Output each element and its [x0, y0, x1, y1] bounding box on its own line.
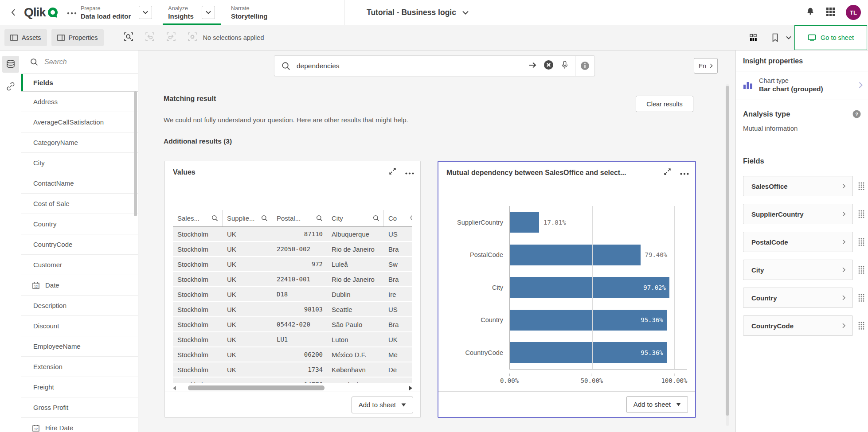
- sidebar-field-item[interactable]: Cost of Sale: [21, 194, 138, 214]
- card-menu-icon[interactable]: [405, 168, 414, 176]
- sidebar-field-item[interactable]: Country: [21, 214, 138, 234]
- chart-bar[interactable]: 95.36%: [510, 310, 667, 331]
- insight-field-chip[interactable]: PostalCode: [743, 232, 853, 252]
- sidebar-scrollbar-thumb[interactable]: [134, 91, 137, 216]
- table-row[interactable]: StockholmUK22050-002Rio de JaneiroBra: [173, 242, 412, 256]
- values-result-card[interactable]: Values Sales...Supplie...Postal...CityCo…: [164, 161, 421, 418]
- insight-field-chip[interactable]: SupplierCountry: [743, 204, 853, 224]
- sidebar-field-item[interactable]: City: [21, 153, 138, 173]
- insight-field-chip[interactable]: CountryCode: [743, 315, 853, 336]
- column-header[interactable]: City: [327, 210, 384, 226]
- card-menu-icon[interactable]: [680, 169, 689, 177]
- mutual-dependency-chart-card[interactable]: Mutual dependency between SalesOffice an…: [438, 161, 696, 418]
- column-header[interactable]: Co: [384, 210, 412, 226]
- fields-section-header[interactable]: Fields: [21, 74, 138, 92]
- sidebar-field-item[interactable]: CountryCode: [21, 234, 138, 255]
- app-title-chevron-icon[interactable]: [462, 11, 469, 15]
- sidebar-field-item[interactable]: EmployeeName: [21, 336, 138, 357]
- language-button[interactable]: En: [694, 58, 718, 74]
- clear-results-button[interactable]: Clear results: [636, 96, 693, 112]
- drag-handle-icon[interactable]: [858, 294, 864, 302]
- user-avatar[interactable]: TL: [846, 5, 861, 20]
- table-row[interactable]: StockholmUK14776BrandenburgGe: [173, 378, 412, 383]
- app-title[interactable]: Tutorial - Business logic: [367, 8, 456, 17]
- go-to-sheet-button[interactable]: Go to sheet: [794, 25, 867, 50]
- nav-prepare[interactable]: Prepare Data load editor: [81, 0, 158, 25]
- expand-icon[interactable]: [664, 168, 671, 177]
- table-horizontal-scrollbar[interactable]: [173, 385, 412, 391]
- nav-prepare-dropdown[interactable]: [139, 6, 152, 19]
- voice-mic-icon[interactable]: [560, 60, 570, 72]
- chart-type-row[interactable]: Chart type Bar chart (grouped): [736, 71, 868, 100]
- business-logic-rail-button[interactable]: [2, 78, 19, 95]
- drag-handle-icon[interactable]: [858, 182, 864, 191]
- column-header[interactable]: Supplie...: [223, 210, 272, 226]
- app-launcher-waffle-icon[interactable]: [826, 7, 835, 18]
- expand-icon[interactable]: [389, 167, 396, 177]
- insight-field-chip[interactable]: SalesOffice: [743, 176, 853, 196]
- sidebar-field-item[interactable]: Discount: [21, 316, 138, 336]
- add-to-sheet-button[interactable]: Add to sheet: [626, 396, 688, 413]
- bookmark-icon[interactable]: [767, 30, 783, 46]
- insight-search-box[interactable]: dependencies: [274, 55, 595, 76]
- sidebar-field-item[interactable]: Extension: [21, 357, 138, 377]
- sheet-layout-icon[interactable]: [745, 30, 761, 46]
- table-row[interactable]: StockholmUK22410-001Rio de JaneiroBra: [173, 272, 412, 286]
- chart-bar[interactable]: 97.02%: [510, 277, 669, 298]
- main-scrollbar-thumb[interactable]: [726, 86, 729, 416]
- sidebar-field-item[interactable]: CategoryName: [21, 132, 138, 153]
- scrollbar-thumb[interactable]: [188, 385, 325, 390]
- search-info-section[interactable]: [575, 56, 594, 76]
- column-header[interactable]: Sales...: [173, 210, 223, 226]
- table-row[interactable]: StockholmUK87110AlbuquerqueUS: [173, 227, 412, 241]
- properties-button[interactable]: Properties: [51, 29, 104, 46]
- qlik-logo[interactable]: Qlik: [24, 5, 59, 19]
- step-forward-icon[interactable]: [167, 32, 176, 43]
- table-row[interactable]: StockholmUK06200México D.F.Me: [173, 347, 412, 362]
- table-row[interactable]: StockholmUKD18DublinIre: [173, 287, 412, 301]
- table-row[interactable]: StockholmUK1734KøbenhavnDe: [173, 362, 412, 377]
- sidebar-field-item[interactable]: Customer: [21, 255, 138, 275]
- scrollbar-track[interactable]: [179, 385, 407, 390]
- assets-button[interactable]: Assets: [4, 29, 47, 46]
- sidebar-search-input[interactable]: Search: [21, 51, 138, 74]
- table-row[interactable]: StockholmUK98103SeattleUS: [173, 302, 412, 316]
- step-back-icon[interactable]: [145, 32, 154, 43]
- drag-handle-icon[interactable]: [858, 266, 864, 274]
- drag-handle-icon[interactable]: [858, 322, 864, 330]
- column-header[interactable]: Postal...: [272, 210, 327, 226]
- drag-handle-icon[interactable]: [858, 210, 864, 218]
- back-icon[interactable]: [8, 7, 19, 18]
- main-scrollbar-track[interactable]: [726, 84, 729, 426]
- bookmark-chevron-icon[interactable]: [783, 30, 794, 46]
- sidebar-field-item[interactable]: Gross Profit: [21, 397, 138, 418]
- more-menu-icon[interactable]: [67, 8, 77, 16]
- table-row[interactable]: StockholmUK972LuleåSw: [173, 257, 412, 271]
- sidebar-field-item[interactable]: 12Date: [21, 275, 138, 296]
- nav-analyze-dropdown[interactable]: [202, 6, 215, 19]
- scroll-right-arrow-icon[interactable]: [409, 386, 412, 390]
- notifications-bell-icon[interactable]: [805, 6, 815, 19]
- clear-search-icon[interactable]: [543, 60, 554, 72]
- sidebar-field-item[interactable]: Freight: [21, 377, 138, 397]
- sidebar-field-item[interactable]: ContactName: [21, 173, 138, 194]
- drag-handle-icon[interactable]: [858, 238, 864, 246]
- chart-bar[interactable]: [510, 212, 539, 233]
- nav-analyze[interactable]: Analyze Insights: [168, 0, 221, 25]
- nav-narrate[interactable]: Narrate Storytelling: [231, 0, 274, 25]
- sidebar-field-item[interactable]: Address: [21, 92, 138, 112]
- clear-selections-icon[interactable]: [188, 32, 197, 43]
- table-row[interactable]: StockholmUKLU1LutonUK: [173, 332, 412, 346]
- insight-field-chip[interactable]: City: [743, 260, 853, 280]
- data-model-rail-button[interactable]: [2, 56, 19, 73]
- search-query-text[interactable]: dependencies: [297, 62, 528, 70]
- chart-bar[interactable]: [510, 245, 641, 265]
- sidebar-field-item[interactable]: Description: [21, 296, 138, 316]
- sidebar-field-item[interactable]: 12Hire Date: [21, 418, 138, 432]
- insight-field-chip[interactable]: Country: [743, 288, 853, 308]
- chart-bar[interactable]: 95.36%: [510, 342, 667, 363]
- sidebar-field-item[interactable]: AverageCallSatisfaction: [21, 112, 138, 132]
- help-icon[interactable]: ?: [852, 110, 861, 118]
- smart-search-selections-icon[interactable]: [124, 32, 133, 43]
- table-row[interactable]: StockholmUK05442-020São PauloBra: [173, 317, 412, 331]
